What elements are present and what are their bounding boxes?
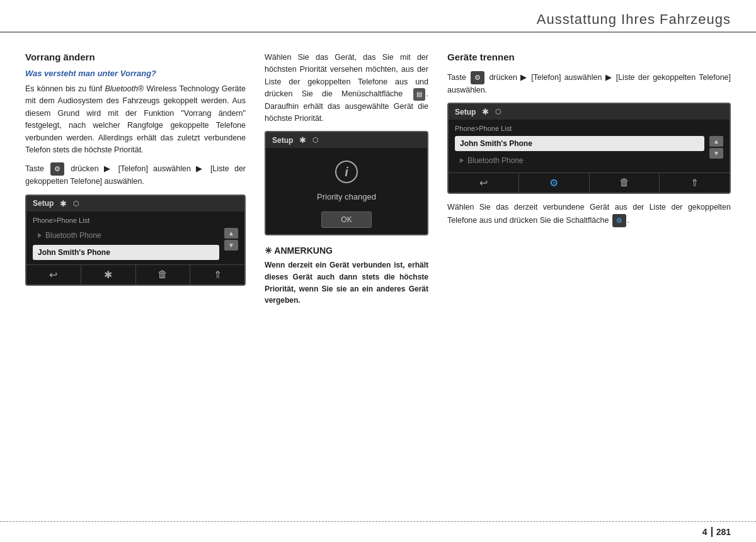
bluetooth-icon-3: ✱ xyxy=(482,107,489,116)
priority-screen-header: Setup ✱ ⬡ xyxy=(266,132,427,148)
scrollbar-1: ▲ ▼ xyxy=(224,228,238,262)
page-header: Ausstattung Ihres Fahrzeugs xyxy=(0,0,756,33)
schaltflaeche-icon: ⚙ xyxy=(612,214,626,227)
priority-screen-body: i Priority changed OK xyxy=(266,148,427,234)
setup-screen-3-breadcrumb: Phone>Phone List xyxy=(455,125,723,132)
right-column: Geräte trennen Taste ⚙ drücken ▶ [Telefo… xyxy=(441,52,731,307)
center-column: Wählen Sie das Gerät, das Sie mit der hö… xyxy=(258,52,441,307)
setup-screen-3: Setup ✱ ⬡ Phone>Phone List John Smith's … xyxy=(447,103,731,194)
play-icon-1 xyxy=(38,233,42,238)
setup-screen-1: Setup ✱ ⬡ Phone>Phone List Bluetooth Pho… xyxy=(25,195,246,286)
setup-screen-1-header: Setup ✱ ⬡ xyxy=(26,196,244,212)
right-section-title: Geräte trennen xyxy=(447,52,731,62)
footer-btn-bt-1[interactable]: ✱ xyxy=(81,265,136,285)
scroll-down-1[interactable]: ▼ xyxy=(224,240,238,251)
footer-btn-del-1[interactable]: 🗑 xyxy=(136,265,191,285)
bluetooth-icon-priority: ✱ xyxy=(299,135,306,145)
page-footer: 4 281 xyxy=(0,521,756,542)
ok-button[interactable]: OK xyxy=(321,212,371,228)
info-icon: i xyxy=(335,161,358,183)
priority-screen: Setup ✱ ⬡ i Priority changed OK xyxy=(265,131,428,235)
footer-btn-up-3[interactable]: ⇑ xyxy=(660,173,730,193)
menu-button-icon: ▤ xyxy=(413,88,425,101)
usb-icon-1: ⬡ xyxy=(73,200,79,208)
setup-item-bluetooth-phone-1: Bluetooth Phone xyxy=(33,228,219,243)
anmerkung-section: ✳ ANMERKUNG Wenn derzeit ein Gerät verbu… xyxy=(265,246,428,306)
page-number: 4 281 xyxy=(702,527,731,537)
scroll-down-3[interactable]: ▼ xyxy=(709,148,723,159)
left-para2: Taste ⚙ drücken ▶ [Telefon] auswählen ▶ … xyxy=(25,162,246,188)
usb-icon-priority: ⬡ xyxy=(312,136,319,144)
usb-icon-3: ⬡ xyxy=(495,108,501,116)
setup-button-icon-right: ⚙ xyxy=(471,71,484,84)
left-para1: Es können bis zu fünf Bluetooth® Wireles… xyxy=(25,83,246,156)
scroll-up-1[interactable]: ▲ xyxy=(224,228,238,239)
right-para2: Wählen Sie das derzeit verbundene Gerät … xyxy=(447,201,731,227)
setup-screen-3-header: Setup ✱ ⬡ xyxy=(449,104,730,120)
page-number-value: 281 xyxy=(716,527,731,537)
scroll-up-3[interactable]: ▲ xyxy=(709,136,723,147)
setup-screen-3-title: Setup xyxy=(455,108,476,116)
setup-screen-1-title: Setup xyxy=(33,199,54,208)
setup-item-bluetooth-phone-3: Bluetooth Phone xyxy=(455,153,704,168)
anmerkung-title: ✳ ANMERKUNG xyxy=(265,246,428,256)
play-icon-3 xyxy=(460,158,464,163)
footer-btn-back-1[interactable]: ↩ xyxy=(26,265,81,285)
footer-btn-back-3[interactable]: ↩ xyxy=(449,173,519,193)
page-title: Ausstattung Ihres Fahrzeugs xyxy=(537,11,731,28)
footer-btn-bt-3[interactable]: ⚙ xyxy=(519,173,590,193)
priority-screen-title: Setup xyxy=(272,136,293,145)
footer-btn-del-3[interactable]: 🗑 xyxy=(590,173,660,193)
setup-item-john-smith-1: John Smith's Phone xyxy=(33,245,219,260)
center-para1: Wählen Sie das Gerät, das Sie mit der hö… xyxy=(265,52,428,125)
priority-changed-text: Priority changed xyxy=(317,192,376,201)
setup-screen-1-breadcrumb: Phone>Phone List xyxy=(33,217,238,224)
setup-screen-3-footer: ↩ ⚙ 🗑 ⇑ xyxy=(449,172,730,193)
bluetooth-icon-1: ✱ xyxy=(60,199,67,208)
left-subsection-title: Was versteht man unter Vorrang? xyxy=(25,69,246,78)
setup-button-icon-left: ⚙ xyxy=(50,162,64,176)
scrollbar-3: ▲ ▼ xyxy=(709,136,723,170)
setup-screen-1-footer: ↩ ✱ 🗑 ⇑ xyxy=(26,264,244,285)
main-content: Vorrang ändern Was versteht man unter Vo… xyxy=(0,33,756,319)
right-para1: Taste ⚙ drücken ▶ [Telefon] auswählen ▶ … xyxy=(447,71,731,96)
setup-item-john-smith-3: John Smith's Phone xyxy=(455,136,704,151)
left-column: Vorrang ändern Was versteht man unter Vo… xyxy=(25,52,258,307)
anmerkung-text: Wenn derzeit ein Gerät verbunden ist, er… xyxy=(265,259,428,306)
footer-btn-up-1[interactable]: ⇑ xyxy=(190,265,244,285)
section-number: 4 xyxy=(702,527,713,537)
left-section-title: Vorrang ändern xyxy=(25,52,246,62)
